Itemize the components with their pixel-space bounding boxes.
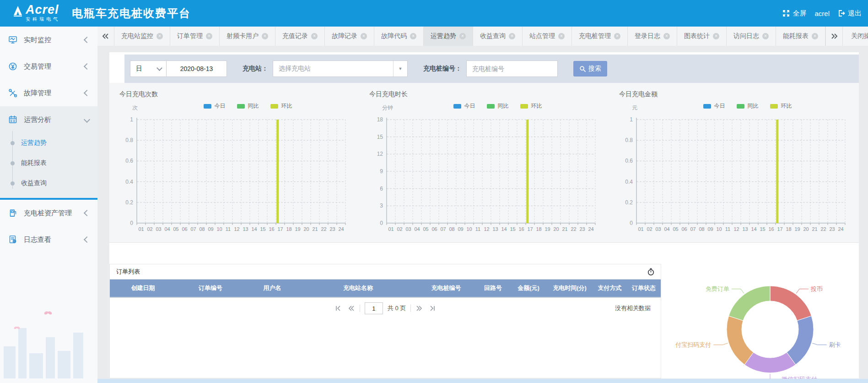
legend-item-同比[interactable]: 同比	[737, 102, 758, 110]
sidebar-subitem-收益查询[interactable]: 收益查询	[0, 173, 97, 193]
svg-text:16: 16	[768, 226, 774, 232]
tab-close-icon[interactable]: ×	[206, 33, 212, 39]
sidebar-item-日志查看[interactable]: 日志查看	[0, 226, 97, 253]
tab-站点管理[interactable]: 站点管理×	[523, 27, 572, 46]
column-header-创建日期: 创建日期	[110, 284, 176, 292]
tab-close-icon[interactable]: ×	[663, 33, 670, 39]
svg-text:21: 21	[312, 226, 318, 232]
first-page-button[interactable]	[334, 305, 342, 312]
tab-能耗报表[interactable]: 能耗报表×	[776, 27, 825, 46]
legend-swatch	[453, 104, 461, 109]
sidebar-item-运营分析[interactable]: 运营分析	[0, 106, 97, 133]
prev-page-button[interactable]	[347, 305, 355, 312]
pile-number-input[interactable]	[466, 60, 558, 77]
svg-text:0.8: 0.8	[125, 137, 133, 143]
tab-close-icon[interactable]: ×	[509, 33, 515, 39]
legend-item-环比[interactable]: 环比	[270, 102, 292, 110]
legend-item-今日[interactable]: 今日	[703, 102, 725, 110]
svg-text:18: 18	[377, 116, 383, 123]
butterfly-icon	[44, 310, 52, 316]
legend-item-环比[interactable]: 环比	[770, 102, 792, 110]
logout-button[interactable]: 退出	[838, 9, 862, 18]
tab-订单管理[interactable]: 订单管理×	[170, 27, 220, 46]
tabs-scroll-right-button[interactable]	[825, 27, 842, 46]
fullscreen-button[interactable]: 全屏	[782, 9, 806, 18]
station-select-placeholder: 选择充电站	[273, 65, 311, 73]
tab-close-icon[interactable]: ×	[262, 33, 268, 39]
column-header-充电站名称: 充电站名称	[300, 284, 416, 292]
page-number-input[interactable]	[365, 302, 383, 314]
column-header-充电时间(分): 充电时间(分)	[547, 284, 593, 292]
legend-item-环比[interactable]: 环比	[520, 102, 542, 110]
pie-slice-免费订单[interactable]	[729, 286, 770, 321]
svg-text:05: 05	[423, 226, 428, 232]
svg-text:0: 0	[630, 220, 633, 226]
sidebar-subitem-能耗报表[interactable]: 能耗报表	[0, 153, 97, 173]
tabs-scroll-left-button[interactable]	[97, 27, 114, 46]
period-select[interactable]: 日	[130, 60, 167, 77]
tab-label: 收益查询	[480, 32, 506, 40]
sidebar-item-故障管理[interactable]: 故障管理	[0, 80, 97, 106]
sidebar-item-交易管理[interactable]: 交易管理	[0, 53, 97, 80]
charge_count-plot: 00.20.40.60.8101020304050607080910111213…	[111, 115, 354, 234]
last-page-button[interactable]	[428, 305, 437, 312]
tab-close-icon[interactable]: ×	[713, 33, 719, 39]
svg-text:0: 0	[130, 220, 133, 226]
main-panel: 日 充电站： 选择充电站 ▼ 充电桩编号： 搜索	[109, 52, 859, 378]
legend-item-同比[interactable]: 同比	[487, 102, 508, 110]
svg-text:0.6: 0.6	[125, 158, 133, 164]
tab-close-icon[interactable]: ×	[762, 33, 769, 39]
sidebar-subitem-运营趋势[interactable]: 运营趋势	[0, 133, 97, 153]
tab-close-icon[interactable]: ×	[459, 33, 466, 39]
legend-item-今日[interactable]: 今日	[453, 102, 475, 110]
order-table-header: 创建日期订单编号用户名充电站名称充电桩编号回路号金额(元)充电时间(分)支付方式…	[110, 279, 661, 298]
station-select[interactable]: 选择充电站 ▼	[273, 60, 408, 77]
fault-icon	[8, 88, 17, 98]
date-input[interactable]	[167, 60, 227, 77]
svg-text:09: 09	[707, 226, 713, 232]
no-data-text: 没有相关数据	[615, 304, 651, 312]
sidebar-item-label: 日志查看	[24, 235, 51, 244]
tab-运营趋势[interactable]: 运营趋势×	[424, 27, 473, 46]
pie-slice-投币[interactable]	[770, 286, 811, 321]
tab-射频卡用户[interactable]: 射频卡用户×	[220, 27, 275, 46]
pie-slice-微信扫码支付[interactable]	[744, 352, 796, 373]
clock-icon[interactable]	[647, 268, 654, 276]
page-title: 电瓶车充电桩收费平台	[72, 6, 191, 21]
tab-充电站监控[interactable]: 充电站监控×	[114, 27, 170, 46]
tab-访问日志[interactable]: 访问日志×	[727, 27, 776, 46]
column-header-充电桩编号: 充电桩编号	[416, 284, 476, 292]
close-operations-menu[interactable]: 关闭操作	[842, 27, 868, 46]
sidebar-item-充电桩资产管理[interactable]: 充电桩资产管理	[0, 200, 97, 226]
username[interactable]: acrel	[814, 10, 830, 17]
legend-item-今日[interactable]: 今日	[204, 102, 225, 110]
tab-list: 充电站监控×订单管理×射频卡用户×充值记录×故障记录×故障代码×运营趋势×收益查…	[114, 27, 825, 46]
tab-label: 故障代码	[381, 32, 407, 40]
next-page-button[interactable]	[415, 305, 424, 312]
bullet-dot-icon	[11, 141, 15, 145]
tab-close-icon[interactable]: ×	[614, 33, 620, 39]
pie-slice-付宝扫码支付[interactable]	[727, 316, 754, 365]
sidebar-item-实时监控[interactable]: 实时监控	[0, 27, 97, 53]
tab-收益查询[interactable]: 收益查询×	[473, 27, 523, 46]
tab-故障记录[interactable]: 故障记录×	[325, 27, 374, 46]
tab-close-icon[interactable]: ×	[410, 33, 416, 39]
legend-item-同比[interactable]: 同比	[237, 102, 259, 110]
tab-close-icon[interactable]: ×	[812, 33, 818, 39]
tab-close-icon[interactable]: ×	[156, 33, 163, 39]
tab-close-icon[interactable]: ×	[311, 33, 318, 39]
horizontal-scrollbar[interactable]	[97, 379, 868, 383]
tab-充值记录[interactable]: 充值记录×	[275, 27, 325, 46]
svg-text:22: 22	[820, 226, 826, 232]
tab-故障代码[interactable]: 故障代码×	[374, 27, 424, 46]
pie-slice-刷卡[interactable]	[787, 316, 814, 365]
tab-close-icon[interactable]: ×	[558, 33, 565, 39]
tab-充电桩管理[interactable]: 充电桩管理×	[572, 27, 628, 46]
svg-text:07: 07	[440, 226, 446, 232]
tab-close-icon[interactable]: ×	[361, 33, 367, 39]
tab-图表统计[interactable]: 图表统计×	[677, 27, 727, 46]
svg-text:12: 12	[733, 226, 739, 232]
search-button[interactable]: 搜索	[573, 61, 607, 77]
brand-logo: Acrel 安科瑞电气	[13, 4, 60, 22]
tab-登录日志[interactable]: 登录日志×	[628, 27, 677, 46]
